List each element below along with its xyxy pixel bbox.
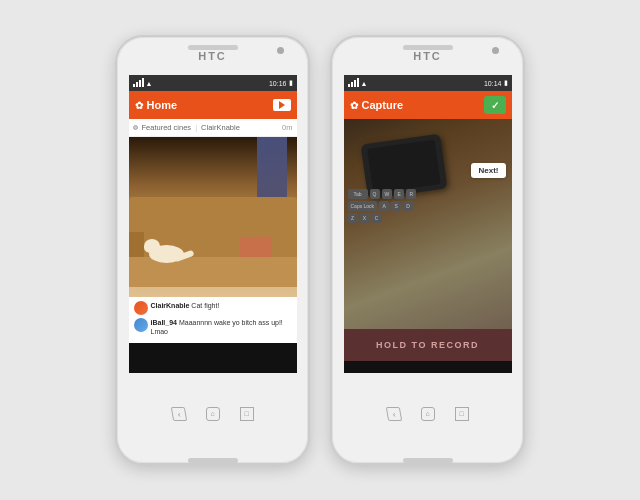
kb-x: X (360, 213, 370, 223)
signal-icon-1 (133, 79, 144, 87)
kb-s: S (391, 201, 401, 211)
signal-icon-2 (348, 79, 359, 87)
comment-content-1: Cat fight! (191, 302, 219, 309)
app-bar-1: ✿ Home (129, 91, 297, 119)
video-camera-icon[interactable] (273, 99, 291, 111)
hold-record-text: HOLD TO RECORD (376, 340, 479, 350)
kb-row-2: Caps Lock A S D (344, 201, 512, 211)
back-icon-2: ‹ (391, 409, 395, 418)
capture-app-bar: ✿ Capture ✓ (344, 91, 512, 119)
back-button-1[interactable]: ‹ (170, 407, 186, 421)
signal-bar-3 (139, 80, 141, 87)
battery-icon-1: ▮ (289, 79, 293, 87)
time-1: 10:16 (269, 80, 287, 87)
screen-2: ▲ 10:14 ▮ ✿ Capture ✓ (344, 75, 512, 373)
status-left-1: ▲ (133, 79, 153, 87)
home-icon-1: ⌂ (210, 410, 214, 417)
capture-star-icon: ✿ (350, 100, 358, 111)
bottom-nav-1: ‹ ⌂ □ (117, 373, 308, 454)
kb-e: E (394, 189, 404, 199)
recents-button-2[interactable]: □ (455, 407, 469, 421)
home-button-1[interactable]: ⌂ (206, 407, 220, 421)
kb-row-3: Z X C (344, 213, 512, 223)
bottom-nav-2: ‹ ⌂ □ (332, 373, 523, 454)
featured-dot (133, 125, 138, 130)
kb-a: A (379, 201, 389, 211)
kb-row-1: Tab Q W E R (344, 189, 512, 199)
home-star-icon: ✿ (135, 100, 143, 111)
signal-bar-2 (136, 82, 138, 87)
speaker-top-2 (403, 45, 453, 50)
check-icon: ✓ (491, 100, 499, 111)
app-title-1: ✿ Home (135, 99, 178, 111)
comments-section: ClairKnable Cat fight! iBall_94 Maaannnn… (129, 297, 297, 343)
check-button[interactable]: ✓ (484, 96, 506, 114)
comment-text-2: iBall_94 Maaannnn wake yo bitch ass up!!… (151, 318, 292, 336)
kb-tab: Tab (348, 189, 368, 199)
avatar-img-1 (134, 301, 148, 315)
avatar-1 (134, 301, 148, 315)
home-button-2[interactable]: ⌂ (421, 407, 435, 421)
kb-q: Q (370, 189, 380, 199)
home-icon-2: ⌂ (425, 410, 429, 417)
back-icon-1: ‹ (176, 409, 180, 418)
capture-title-text: Capture (362, 99, 404, 111)
comment-item-1: ClairKnable Cat fight! (134, 301, 292, 315)
screen-1: ▲ 10:16 ▮ ✿ Home Featured cines | ClairK… (129, 75, 297, 373)
phone-1: htc ▲ 10:16 ▮ ✿ Home (115, 35, 310, 465)
avatar-2 (134, 318, 148, 332)
capture-title-group: ✿ Capture (350, 99, 404, 111)
brand-label-2: htc (413, 50, 442, 62)
brand-label-1: htc (198, 50, 227, 62)
kb-d: D (403, 201, 413, 211)
featured-time: 0m (282, 123, 292, 132)
comment-username-2: iBall_94 (151, 319, 177, 326)
status-bar-1: ▲ 10:16 ▮ (129, 75, 297, 91)
sofa-scene (129, 137, 297, 297)
speaker-bottom-1 (188, 458, 238, 463)
phone-2: htc ▲ 10:14 ▮ ✿ Capture (330, 35, 525, 465)
hold-record-bar[interactable]: HOLD TO RECORD (344, 329, 512, 361)
speaker-top-1 (188, 45, 238, 50)
back-button-2[interactable]: ‹ (385, 407, 401, 421)
featured-label: Featured cines (142, 123, 192, 132)
phone-top-2: htc (332, 37, 523, 75)
phone-device-screen (367, 139, 441, 193)
status-right-2: 10:14 ▮ (484, 79, 508, 87)
featured-divider: | (195, 123, 197, 132)
kb-caps: Caps Lock (348, 201, 378, 211)
signal-bar-6 (351, 82, 353, 87)
next-button[interactable]: Next! (471, 163, 505, 178)
video-thumbnail[interactable] (129, 137, 297, 297)
battery-icon-2: ▮ (504, 79, 508, 87)
kb-c: C (372, 213, 382, 223)
front-camera-2 (492, 47, 499, 54)
comment-text-1: ClairKnable Cat fight! (151, 301, 220, 310)
recents-icon-1: □ (244, 410, 248, 417)
signal-bar-8 (357, 78, 359, 87)
phone-top-1: htc (117, 37, 308, 75)
front-camera-1 (277, 47, 284, 54)
kb-r: R (406, 189, 416, 199)
home-title-text: Home (147, 99, 178, 111)
signal-bar-1 (133, 84, 135, 87)
recents-icon-2: □ (459, 410, 463, 417)
wifi-icon-2: ▲ (361, 80, 368, 87)
cat (144, 241, 194, 271)
comment-username-1: ClairKnable (151, 302, 190, 309)
speaker-bottom-2 (403, 458, 453, 463)
camera-view: Tab Q W E R Caps Lock A S D Z X C (344, 119, 512, 329)
status-bar-2: ▲ 10:14 ▮ (344, 75, 512, 91)
featured-username: ClairKnable (201, 123, 240, 132)
keyboard-visual: Tab Q W E R Caps Lock A S D Z X C (344, 189, 512, 329)
status-right-1: 10:16 ▮ (269, 79, 293, 87)
recents-button-1[interactable]: □ (240, 407, 254, 421)
signal-bar-4 (142, 78, 144, 87)
kb-z: Z (348, 213, 358, 223)
signal-bar-7 (354, 80, 356, 87)
status-left-2: ▲ (348, 79, 368, 87)
kb-w: W (382, 189, 393, 199)
cat-head (144, 239, 160, 253)
time-2: 10:14 (484, 80, 502, 87)
comment-item-2: iBall_94 Maaannnn wake yo bitch ass up!!… (134, 318, 292, 336)
